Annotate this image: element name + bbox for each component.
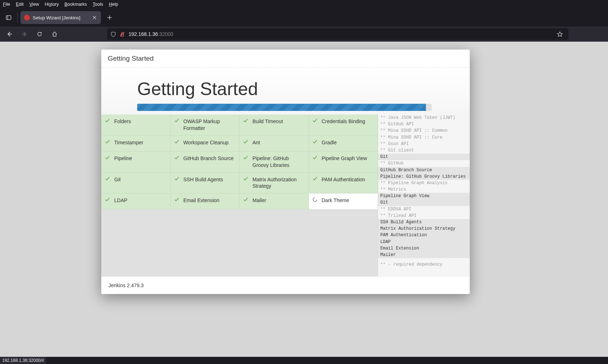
dialog-body: FoldersOWASP Markup FormatterBuild Timeo… [101, 115, 470, 276]
log-footer: ** - required dependency [378, 258, 470, 271]
browser-tab[interactable]: Setup Wizard [Jenkins] [20, 11, 101, 24]
home-button[interactable] [49, 28, 60, 40]
log-line: Git [378, 154, 470, 160]
forward-button[interactable] [19, 28, 30, 40]
log-line: Pipeline: GitHub Groovy Libraries [378, 173, 470, 180]
log-line: ** GitHub [378, 160, 470, 167]
plugin-cell: OWASP Markup Formatter [171, 115, 240, 136]
menu-history[interactable]: History [45, 2, 59, 7]
check-icon [174, 197, 180, 203]
log-line: PAM Authentication [378, 232, 470, 238]
page-content: Getting Started Getting Started FoldersO… [0, 42, 608, 357]
plugin-name: Dark Theme [322, 197, 349, 204]
url-text: 192.168.1.36:32000 [129, 31, 173, 37]
log-line: Mailer [378, 252, 470, 258]
plus-icon [107, 15, 112, 20]
check-icon [243, 155, 249, 161]
plugin-name: Pipeline: GitHub Groovy Libraries [252, 155, 304, 169]
plugin-cell: Credentials Binding [309, 115, 378, 136]
install-progress [137, 104, 432, 111]
plugin-name: Gradle [322, 139, 337, 146]
close-icon [92, 15, 97, 20]
check-icon [174, 176, 180, 182]
log-line: ** Trilead API [378, 213, 470, 219]
menu-help[interactable]: Help [109, 2, 118, 7]
plugin-name: Folders [114, 118, 131, 125]
shield-icon[interactable] [111, 32, 116, 37]
log-line: ** Mina SSHD API :: Core [378, 134, 470, 141]
plugin-name: Credentials Binding [322, 118, 365, 125]
check-icon [174, 139, 180, 145]
log-line: LDAP [378, 239, 470, 245]
log-line: Matrix Authorization Strategy [378, 225, 470, 232]
check-icon [105, 155, 111, 161]
check-icon [243, 176, 249, 182]
plugin-cell: GitHub Branch Source [171, 151, 240, 173]
plugin-cell: Git [101, 173, 171, 194]
new-tab-button[interactable] [104, 12, 115, 23]
plugin-name: Build Timeout [252, 118, 283, 125]
statusbar-text: 192.168.1.36:32000/# [2, 358, 44, 363]
check-icon [105, 197, 111, 203]
tab-close-button[interactable] [92, 15, 97, 20]
plugin-name: Matrix Authorization Strategy [252, 176, 304, 190]
menu-view[interactable]: View [29, 2, 39, 7]
check-icon [312, 118, 318, 124]
log-line: ** EDDSA API [378, 206, 470, 213]
reload-button[interactable] [34, 28, 45, 40]
plugin-cell: Timestamper [101, 136, 171, 151]
plugin-name: Workspace Cleanup [184, 139, 229, 146]
check-icon [243, 139, 249, 145]
install-log[interactable]: ** Java JSON Web Token (JJWT)** GitHub A… [378, 115, 470, 276]
back-button[interactable] [4, 28, 15, 40]
plugin-cell: SSH Build Agents [171, 173, 240, 194]
log-line: ** Gson API [378, 141, 470, 147]
menu-file[interactable]: File [3, 2, 10, 7]
plugin-name: PAM Authentication [322, 176, 365, 183]
setup-wizard-dialog: Getting Started Getting Started FoldersO… [101, 50, 470, 294]
plugin-cell: Workspace Cleanup [171, 136, 240, 151]
menu-tools[interactable]: Tools [93, 2, 103, 7]
check-icon [312, 155, 318, 161]
plugin-name: Pipeline [114, 155, 132, 162]
dialog-hero: Getting Started [101, 68, 470, 115]
plugin-cell: Pipeline: GitHub Groovy Libraries [240, 151, 309, 173]
url-bar[interactable]: 192.168.1.36:32000 [107, 28, 568, 40]
menu-edit[interactable]: Edit [16, 2, 24, 7]
tabstrip: Setup Wizard [Jenkins] [0, 9, 608, 27]
star-icon [557, 31, 563, 37]
insecure-lock-icon[interactable] [120, 32, 125, 37]
check-icon [243, 118, 249, 124]
plugin-name: Pipeline Graph View [322, 155, 367, 162]
plugin-name: Ant [252, 139, 260, 146]
plugin-cell: Mailer [240, 193, 309, 209]
menubar: File Edit View History Bookmarks Tools H… [0, 0, 608, 9]
dialog-breadcrumb: Getting Started [101, 50, 470, 68]
home-icon [52, 31, 57, 37]
plugin-name: Timestamper [114, 139, 143, 146]
check-icon [105, 118, 111, 124]
arrow-left-icon [6, 31, 12, 37]
svg-rect-0 [6, 16, 11, 20]
plugin-cell: Build Timeout [240, 115, 309, 136]
log-line: ** GitHub API [378, 121, 470, 127]
spinner-icon [312, 197, 318, 203]
log-line: ** Git client [378, 147, 470, 154]
sidebar-icon [6, 15, 11, 20]
check-icon [243, 197, 249, 203]
sidebar-toggle-button[interactable] [3, 12, 14, 23]
toolbar: 192.168.1.36:32000 [0, 27, 608, 42]
log-line: ** Pipeline Graph Analysis [378, 180, 470, 186]
plugin-cell: LDAP [101, 193, 171, 209]
log-line: ** Metrics [378, 186, 470, 193]
bookmark-button[interactable] [555, 29, 565, 39]
menu-bookmarks[interactable]: Bookmarks [65, 2, 87, 7]
plugin-name: Email Extension [184, 197, 219, 204]
log-line: SSH Build Agents [378, 219, 470, 225]
plugins-grid: FoldersOWASP Markup FormatterBuild Timeo… [101, 115, 378, 276]
plugin-name: GitHub Branch Source [184, 155, 234, 162]
check-icon [312, 139, 318, 145]
check-icon [105, 139, 111, 145]
plugin-cell: Gradle [309, 136, 378, 151]
plugin-cell: Email Extension [171, 193, 240, 209]
